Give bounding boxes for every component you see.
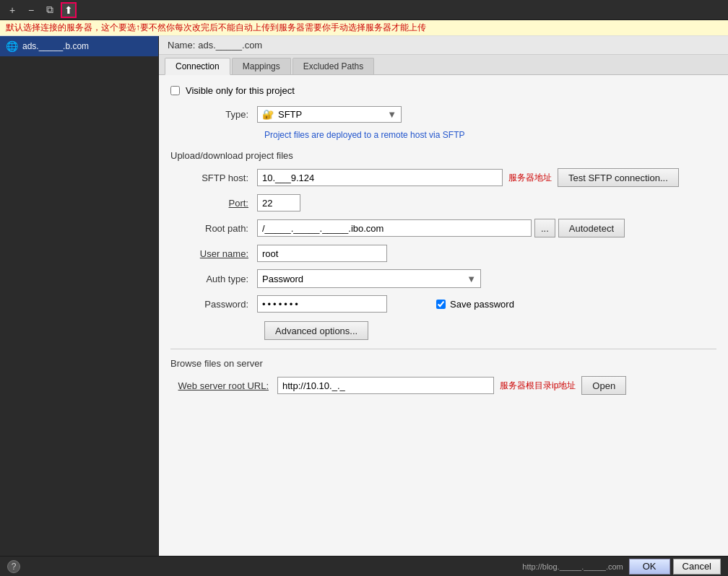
server-icon: 🌐 bbox=[6, 40, 18, 52]
sftp-host-input[interactable] bbox=[257, 169, 503, 186]
password-label: Password: bbox=[170, 299, 257, 310]
web-server-root-group: 服务器根目录ip地址 bbox=[277, 377, 576, 394]
auth-type-label: Auth type: bbox=[170, 274, 257, 284]
test-sftp-button[interactable]: Test SFTP connection... bbox=[558, 168, 679, 187]
password-group: Save password bbox=[257, 295, 514, 313]
bottom-left: ? bbox=[7, 560, 20, 573]
upload-icon: ⬆ bbox=[64, 4, 73, 16]
copy-server-button[interactable]: ⧉ bbox=[42, 2, 58, 18]
type-label: Type: bbox=[170, 109, 257, 120]
visible-only-checkbox[interactable] bbox=[170, 86, 180, 95]
advanced-options-row: Advanced options... bbox=[264, 321, 716, 340]
port-input[interactable] bbox=[257, 194, 300, 211]
url-display: http://blog._____._____.com bbox=[522, 562, 623, 571]
cancel-button[interactable]: Cancel bbox=[673, 559, 721, 575]
auth-type-value: Password bbox=[262, 274, 303, 284]
auth-type-row: Auth type: Password ▼ bbox=[170, 269, 716, 288]
type-row: Type: 🔐 SFTP ▼ bbox=[170, 106, 716, 123]
visible-only-label: Visible only for this project bbox=[186, 85, 295, 96]
tab-excluded-paths[interactable]: Excluded Paths bbox=[292, 58, 374, 74]
browse-section-header: Browse files on server bbox=[170, 358, 716, 369]
dropdown-arrow-icon: ▼ bbox=[387, 109, 396, 120]
dialog-area: Name: ads._____.com Connection Mappings … bbox=[159, 36, 728, 556]
web-server-root-input[interactable] bbox=[277, 377, 494, 394]
username-label: User name: bbox=[170, 248, 257, 259]
type-value: SFTP bbox=[278, 109, 302, 120]
type-icon: 🔐 bbox=[262, 109, 274, 120]
save-password-label: Save password bbox=[450, 299, 514, 310]
name-label: Name: bbox=[168, 40, 195, 51]
tab-mappings[interactable]: Mappings bbox=[232, 58, 291, 74]
sidebar-item-label: ads._____.b.com bbox=[22, 41, 89, 51]
toolbar: + − ⧉ ⬆ bbox=[0, 0, 728, 20]
save-password-row: Save password bbox=[436, 299, 514, 310]
sftp-host-annotation: 服务器地址 bbox=[508, 172, 552, 184]
browse-root-path-button[interactable]: ... bbox=[534, 219, 555, 237]
bottom-bar: ? http://blog._____._____.com OK Cancel bbox=[0, 556, 728, 576]
port-label: Port: bbox=[170, 198, 257, 209]
root-path-group: ... Autodetect bbox=[257, 219, 625, 237]
add-icon: + bbox=[9, 4, 15, 16]
name-bar: Name: ads._____.com bbox=[159, 36, 728, 55]
sftp-info-text: Project files are deployed to a remote h… bbox=[264, 130, 716, 140]
bottom-right: http://blog._____._____.com OK Cancel bbox=[522, 559, 721, 575]
upload-section-header: Upload/download project files bbox=[170, 150, 716, 161]
tab-connection[interactable]: Connection bbox=[165, 58, 230, 75]
ok-button[interactable]: OK bbox=[629, 559, 670, 575]
name-value: ads._____.com bbox=[198, 40, 262, 51]
sftp-host-group: 服务器地址 bbox=[257, 169, 552, 186]
root-path-input[interactable] bbox=[257, 219, 532, 237]
sidebar-item-server[interactable]: 🌐 ads._____.b.com bbox=[0, 36, 158, 56]
remove-server-button[interactable]: − bbox=[23, 2, 39, 18]
annotation-banner: 默认选择连接的服务器，这个要选↑要不然你每次改完后不能自动上传到服务器需要你手动… bbox=[0, 20, 728, 36]
advanced-options-button[interactable]: Advanced options... bbox=[264, 321, 368, 340]
save-password-checkbox[interactable] bbox=[436, 300, 446, 309]
root-path-row: Root path: ... Autodetect bbox=[170, 219, 716, 237]
tabs-bar: Connection Mappings Excluded Paths bbox=[159, 55, 728, 75]
username-row: User name: bbox=[170, 245, 716, 262]
type-dropdown[interactable]: 🔐 SFTP ▼ bbox=[257, 106, 402, 123]
port-row: Port: bbox=[170, 194, 716, 211]
ok-cancel-group: OK Cancel bbox=[629, 559, 721, 575]
sftp-host-row: SFTP host: 服务器地址 Test SFTP connection... bbox=[170, 168, 716, 187]
help-button[interactable]: ? bbox=[7, 560, 20, 573]
add-server-button[interactable]: + bbox=[4, 2, 20, 18]
annotation-text: 默认选择连接的服务器，这个要选↑要不然你每次改完后不能自动上传到服务器需要你手动… bbox=[6, 22, 426, 34]
sftp-host-label: SFTP host: bbox=[170, 173, 257, 183]
web-server-root-label: Web server root URL: bbox=[170, 380, 277, 391]
root-path-label: Root path: bbox=[170, 223, 257, 234]
auth-dropdown-arrow-icon: ▼ bbox=[467, 274, 476, 284]
username-input[interactable] bbox=[257, 245, 387, 262]
web-server-root-row: Web server root URL: 服务器根目录ip地址 Open bbox=[170, 376, 716, 395]
auth-type-dropdown[interactable]: Password ▼ bbox=[257, 269, 481, 288]
password-input[interactable] bbox=[257, 295, 387, 313]
visible-only-row: Visible only for this project bbox=[170, 85, 716, 96]
web-server-root-annotation: 服务器根目录ip地址 bbox=[500, 380, 576, 392]
remove-icon: − bbox=[28, 4, 34, 16]
copy-icon: ⧉ bbox=[46, 4, 53, 16]
content-area: Visible only for this project Type: 🔐 SF… bbox=[159, 75, 728, 556]
divider bbox=[170, 349, 716, 349]
password-row: Password: Save password bbox=[170, 295, 716, 313]
open-button[interactable]: Open bbox=[581, 376, 626, 395]
main-layout: 🌐 ads._____.b.com Name: ads._____.com Co… bbox=[0, 36, 728, 556]
autodetect-button[interactable]: Autodetect bbox=[558, 219, 625, 237]
sidebar: 🌐 ads._____.b.com bbox=[0, 36, 159, 556]
upload-button[interactable]: ⬆ bbox=[61, 2, 77, 18]
